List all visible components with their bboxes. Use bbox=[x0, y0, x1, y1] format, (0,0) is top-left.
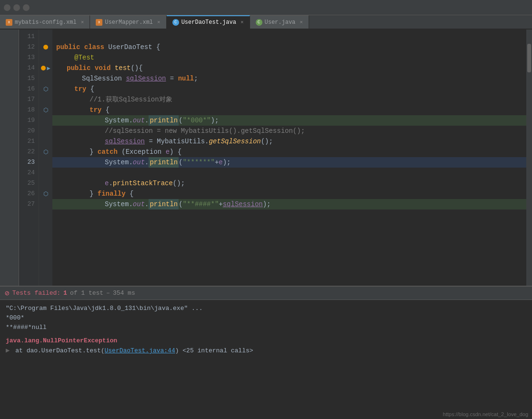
scroll-thumb[interactable] bbox=[527, 44, 531, 72]
debug-arrow-22: ⬡ bbox=[43, 149, 48, 156]
code-line-20: //sqlSession = new MybatisUtils().getSql… bbox=[52, 126, 526, 136]
stack-link[interactable]: UserDaoTest.java:44 bbox=[104, 347, 175, 354]
line-num-25: 25 bbox=[21, 178, 35, 189]
dot-23a: . bbox=[129, 157, 132, 168]
output-null: **####*null bbox=[6, 324, 47, 331]
dot-27b: . bbox=[145, 199, 149, 210]
line-num-14: 14 bbox=[21, 63, 35, 73]
tab-close-mybatis[interactable]: × bbox=[81, 20, 84, 25]
expand-icon[interactable]: ▶ bbox=[6, 347, 10, 354]
watermark-text: https://blog.csdn.net/cat_2_love_dog bbox=[443, 411, 528, 417]
debug-arrow-14: ▶ bbox=[47, 65, 50, 72]
dot-21: . bbox=[205, 136, 209, 147]
gutter-14: ▶ bbox=[39, 63, 52, 73]
comment-20: //sqlSession = new MybatisUtils().getSql… bbox=[105, 126, 305, 136]
line-num-27: 27 bbox=[21, 199, 35, 210]
comment-17: //1.获取SqlSession对象 bbox=[90, 94, 172, 105]
close-button[interactable] bbox=[4, 4, 10, 11]
var-e-25: e bbox=[105, 178, 109, 189]
xml-icon: X bbox=[6, 19, 12, 26]
paren-19b: ); bbox=[211, 115, 219, 126]
stack-suffix: ) <25 internal calls> bbox=[175, 347, 253, 354]
tab-bar: X mybatis-config.xml × X UserMapper.xml … bbox=[0, 15, 532, 30]
test-status: ⊘ Tests failed: 1 of 1 test – 354 ms bbox=[5, 289, 135, 298]
gutter-25 bbox=[39, 178, 52, 189]
tab-close-mapper[interactable]: × bbox=[157, 20, 161, 25]
gutter-27 bbox=[39, 199, 52, 210]
watermark: https://blog.csdn.net/cat_2_love_dog bbox=[443, 411, 528, 417]
output-line-2: **####*null bbox=[6, 323, 526, 332]
gutter-16: ⬡ bbox=[39, 84, 52, 94]
tab-user-dao-test[interactable]: C UserDaoTest.java × bbox=[167, 15, 250, 29]
stack-trace-line: ▶ at dao.UserDaoTest.test(UserDaoTest.ja… bbox=[6, 346, 526, 356]
window-controls bbox=[0, 4, 30, 11]
code-line-24 bbox=[52, 168, 526, 178]
error-class: java.lang.NullPointerException bbox=[6, 336, 526, 346]
paren-23b: ); bbox=[223, 157, 231, 168]
method-get-sql: getSqlSession bbox=[209, 136, 261, 147]
keyword-try-18: try bbox=[90, 105, 101, 115]
equals-15: = bbox=[166, 73, 178, 84]
method-println-19: println bbox=[150, 117, 178, 124]
breakpoint-14[interactable] bbox=[41, 66, 46, 70]
println-highlight-23: println bbox=[149, 157, 179, 168]
tab-user-java[interactable]: C User.java × bbox=[250, 15, 309, 29]
tab-mybatis-config[interactable]: X mybatis-config.xml × bbox=[0, 15, 90, 29]
method-print-stack: printStackTrace bbox=[113, 178, 173, 189]
dot-27a: . bbox=[129, 199, 132, 210]
dot-19a: . bbox=[129, 115, 132, 126]
gutter-18: ⬡ bbox=[39, 105, 52, 115]
keyword-catch: catch bbox=[98, 147, 121, 157]
gutter-15 bbox=[39, 73, 52, 84]
parens-21: (); bbox=[261, 136, 273, 147]
title-bar bbox=[0, 0, 532, 15]
paren-22a: ( bbox=[121, 147, 125, 157]
dot-25: . bbox=[109, 178, 112, 189]
paren-19a: ( bbox=[179, 115, 182, 126]
keyword-public-12: public bbox=[56, 42, 84, 52]
tab-label-mybatis: mybatis-config.xml bbox=[15, 19, 77, 26]
code-line-14: public void test(){ bbox=[52, 63, 526, 73]
main-layout: 11 12 13 14 15 16 17 18 19 20 21 22 23 2… bbox=[0, 30, 532, 419]
maximize-button[interactable] bbox=[23, 4, 30, 11]
tab-user-mapper[interactable]: X UserMapper.xml × bbox=[90, 15, 166, 29]
line-num-18: 18 bbox=[21, 105, 35, 115]
minimize-button[interactable] bbox=[13, 4, 20, 11]
error-icon: ⊘ bbox=[5, 289, 10, 298]
em-dash: – bbox=[106, 289, 110, 297]
debug-arrow-26: ⬡ bbox=[43, 190, 48, 198]
plus-23: + bbox=[215, 157, 219, 168]
plus-27: + bbox=[219, 199, 222, 210]
error-text: java.lang.NullPointerException bbox=[6, 337, 117, 344]
line-num-23: 23 bbox=[21, 157, 35, 168]
tests-failed-label: Tests failed: bbox=[12, 289, 60, 297]
line-num-24: 24 bbox=[21, 168, 35, 178]
code-line-13: @Test bbox=[52, 52, 526, 63]
keyword-class-12: class bbox=[84, 42, 108, 52]
println-highlight-19: println bbox=[149, 115, 179, 126]
method-println-27: println bbox=[150, 200, 178, 208]
breakpoint-12[interactable] bbox=[43, 45, 48, 50]
paren-27a: ( bbox=[179, 199, 182, 210]
code-line-19: System.out.println("*000*"); bbox=[52, 115, 526, 126]
gutter-21 bbox=[39, 136, 52, 147]
annotation-test: @Test bbox=[74, 52, 94, 63]
line-num-13: 13 bbox=[21, 52, 35, 63]
out-23: out bbox=[133, 157, 145, 168]
gutter-13 bbox=[39, 52, 52, 63]
brace-16: { bbox=[86, 84, 94, 94]
stack-prefix: at dao.UserDaoTest.test( bbox=[15, 347, 104, 354]
code-line-22: } catch (Exception e) { bbox=[52, 147, 526, 157]
line-num-19: 19 bbox=[21, 115, 35, 126]
str-000: "*000*" bbox=[183, 115, 211, 126]
var-e-23: e bbox=[219, 157, 222, 168]
tab-label-dao-test: UserDaoTest.java bbox=[181, 19, 236, 26]
console-output: "C:\Program Files\Java\jdk1.8.0_131\bin\… bbox=[0, 300, 532, 359]
code-line-16: try { bbox=[52, 84, 526, 94]
java-c-icon: C bbox=[172, 19, 179, 26]
paren-14: (){ bbox=[130, 63, 142, 73]
line-num-16: 16 bbox=[21, 84, 35, 94]
code-line-21: sqlSession = MybatisUtils.getSqlSession(… bbox=[52, 136, 526, 147]
tab-close-dao-test[interactable]: × bbox=[241, 20, 244, 25]
tab-close-user[interactable]: × bbox=[300, 20, 303, 25]
